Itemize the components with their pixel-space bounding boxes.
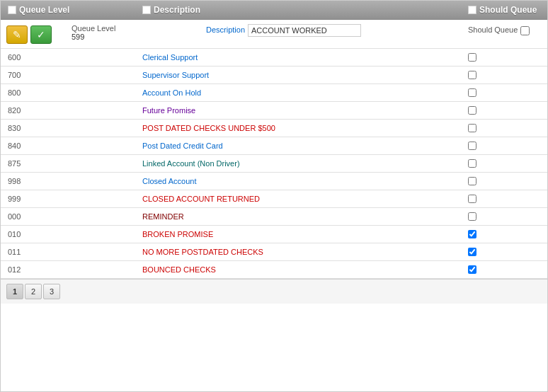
edit-description-input[interactable] xyxy=(248,24,361,37)
row-queue-level: 800 xyxy=(1,88,142,97)
should-queue-checkbox[interactable] xyxy=(468,159,476,168)
queue-level-header-label: Queue Level xyxy=(19,5,69,15)
should-queue-header-checkbox[interactable] xyxy=(468,6,476,14)
row-description: Clerical Support xyxy=(142,53,462,62)
row-description: Post Dated Credit Card xyxy=(142,142,462,150)
should-queue-checkbox[interactable] xyxy=(468,53,476,62)
row-should-queue xyxy=(462,159,547,168)
should-queue-checkbox[interactable] xyxy=(468,88,476,97)
row-queue-level: 011 xyxy=(1,248,142,256)
row-queue-level: 998 xyxy=(1,177,142,185)
edit-buttons: ✎ ✓ xyxy=(1,24,64,44)
description-header-checkbox[interactable] xyxy=(142,6,151,14)
should-queue-header-label: Should Queue xyxy=(479,5,537,15)
should-queue-checkbox[interactable] xyxy=(468,195,476,203)
table-row: 875 Linked Account (Non Driver) xyxy=(1,155,547,173)
edit-queue-level-value: 599 xyxy=(72,33,149,41)
should-queue-checkbox[interactable] xyxy=(468,230,476,238)
should-queue-checkbox[interactable] xyxy=(468,177,476,185)
row-should-queue xyxy=(462,177,547,185)
header-queue-level-col: Queue Level xyxy=(1,5,142,15)
row-queue-level: 830 xyxy=(1,124,142,132)
edit-button[interactable]: ✎ xyxy=(6,25,28,44)
pagination: 1 2 3 xyxy=(1,279,547,304)
edit-row: ✎ ✓ Queue Level 599 Description Should Q… xyxy=(1,20,547,49)
table-row: 010 BROKEN PROMISE xyxy=(1,226,547,243)
row-queue-level: 820 xyxy=(1,106,142,115)
edit-should-queue-checkbox[interactable] xyxy=(520,26,530,35)
header-should-queue-col: Should Queue xyxy=(462,5,547,15)
should-queue-checkbox[interactable] xyxy=(468,248,476,256)
table-row: 600 Clerical Support xyxy=(1,49,547,67)
should-queue-checkbox[interactable] xyxy=(468,212,476,221)
row-should-queue xyxy=(462,230,547,238)
row-description: BOUNCED CHECKS xyxy=(142,265,462,274)
table-row: 830 POST DATED CHECKS UNDER $500 xyxy=(1,120,547,137)
table-row: 840 Post Dated Credit Card xyxy=(1,137,547,155)
table-row: 820 Future Promise xyxy=(1,102,547,120)
table-row: 999 CLOSED ACCOUNT RETURNED xyxy=(1,190,547,208)
row-queue-level: 999 xyxy=(1,195,142,203)
row-queue-level: 010 xyxy=(1,230,142,238)
table-row: 011 NO MORE POSTDATED CHECKS xyxy=(1,243,547,261)
queue-level-header-checkbox[interactable] xyxy=(8,6,16,14)
row-should-queue xyxy=(462,88,547,97)
row-description: Future Promise xyxy=(142,106,462,115)
edit-description-label: Description xyxy=(206,25,245,34)
table-row: 998 Closed Account xyxy=(1,173,547,190)
row-should-queue xyxy=(462,106,547,115)
row-should-queue xyxy=(462,124,547,132)
row-should-queue xyxy=(462,53,547,62)
table-row: 700 Supervisor Support xyxy=(1,67,547,84)
row-queue-level: 600 xyxy=(1,53,142,62)
row-description: REMINDER xyxy=(142,212,462,221)
header-description-col: Description xyxy=(142,5,462,15)
confirm-button[interactable]: ✓ xyxy=(30,25,52,44)
row-description: CLOSED ACCOUNT RETURNED xyxy=(142,195,462,203)
row-description: Account On Hold xyxy=(142,88,462,97)
main-container: Queue Level Description Should Queue ✎ ✓… xyxy=(0,0,548,392)
row-should-queue xyxy=(462,265,547,274)
row-description: Supervisor Support xyxy=(142,71,462,79)
row-should-queue xyxy=(462,212,547,221)
row-description: Closed Account xyxy=(142,177,462,185)
row-queue-level: 700 xyxy=(1,71,142,79)
row-queue-level: 012 xyxy=(1,265,142,274)
table-row: 800 Account On Hold xyxy=(1,84,547,102)
should-queue-checkbox[interactable] xyxy=(468,142,476,150)
table-row: 012 BOUNCED CHECKS xyxy=(1,261,547,279)
data-rows-container: 600 Clerical Support 700 Supervisor Supp… xyxy=(1,49,547,279)
should-queue-checkbox[interactable] xyxy=(468,106,476,115)
page-button-1[interactable]: 1 xyxy=(6,284,23,299)
edit-description-col: Description xyxy=(206,24,462,37)
row-should-queue xyxy=(462,248,547,256)
edit-should-queue-col: Should Queue xyxy=(462,24,547,36)
row-description: BROKEN PROMISE xyxy=(142,230,462,238)
should-queue-checkbox[interactable] xyxy=(468,71,476,79)
row-queue-level: 875 xyxy=(1,159,142,168)
edit-queue-level-label: Queue Level xyxy=(72,24,149,33)
should-queue-checkbox[interactable] xyxy=(468,265,476,274)
row-should-queue xyxy=(462,142,547,150)
row-description: NO MORE POSTDATED CHECKS xyxy=(142,248,462,256)
table-header: Queue Level Description Should Queue xyxy=(1,1,547,20)
row-description: Linked Account (Non Driver) xyxy=(142,159,462,168)
row-description: POST DATED CHECKS UNDER $500 xyxy=(142,124,462,132)
row-queue-level: 840 xyxy=(1,142,142,150)
description-header-label: Description xyxy=(154,5,200,15)
edit-queue-level-col: Queue Level 599 xyxy=(64,24,206,41)
edit-should-queue-label: Should Queue xyxy=(468,25,518,34)
should-queue-checkbox[interactable] xyxy=(468,124,476,132)
page-button-3[interactable]: 3 xyxy=(43,284,60,299)
table-row: 000 REMINDER xyxy=(1,208,547,226)
page-button-2[interactable]: 2 xyxy=(25,284,42,299)
row-queue-level: 000 xyxy=(1,212,142,221)
row-should-queue xyxy=(462,71,547,79)
row-should-queue xyxy=(462,195,547,203)
